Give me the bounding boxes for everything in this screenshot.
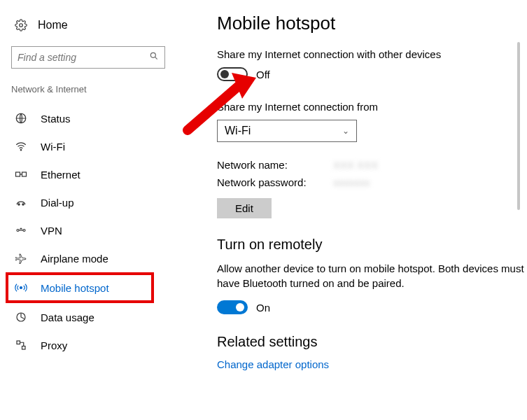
sidebar-item-dialup[interactable]: Dial-up [8,188,217,216]
sidebar-item-label: Airplane mode [41,253,108,265]
svg-rect-16 [22,346,26,350]
share-from-label: Share my Internet connection from [217,101,527,113]
svg-rect-5 [16,172,20,176]
gear-icon [14,18,28,32]
sidebar-item-ethernet[interactable]: Ethernet [8,160,217,188]
search-field[interactable] [17,52,149,63]
share-connection-toggle[interactable] [217,67,248,81]
sidebar-item-label: Ethernet [41,169,80,181]
edit-button[interactable]: Edit [217,198,272,218]
globe-icon [14,111,28,125]
page-title: Mobile hotspot [217,13,527,34]
svg-line-2 [155,57,157,59]
sidebar-item-data-usage[interactable]: Data usage [8,303,217,331]
chevron-down-icon: ⌄ [342,126,349,136]
remote-toggle[interactable] [217,300,248,314]
dialup-icon [14,195,28,209]
sidebar-category: Network & Internet [8,81,217,104]
sidebar-item-mobile-hotspot[interactable]: Mobile hotspot [6,272,154,303]
related-settings-title: Related settings [217,334,527,350]
network-password-value: xxxxxxx [333,176,370,188]
sidebar-item-label: Data usage [41,312,94,323]
network-name-label: Network name: [217,159,315,171]
svg-point-10 [17,230,19,232]
data-usage-icon [14,310,28,324]
share-from-value: Wi-Fi [225,125,251,137]
search-input[interactable] [11,46,165,69]
sidebar-item-label: VPN [41,225,62,237]
share-from-select[interactable]: Wi-Fi ⌄ [217,120,357,142]
wifi-icon [14,139,28,153]
svg-point-8 [18,204,20,205]
network-password-label: Network password: [217,176,315,188]
sidebar-item-label: Dial-up [41,197,74,209]
proxy-icon [14,338,28,352]
sidebar-item-wifi[interactable]: Wi-Fi [8,132,217,160]
svg-point-11 [23,230,25,232]
airplane-icon [14,251,28,265]
network-name-value: XXX XXX [333,159,378,171]
sidebar: Home Network & Internet Status Wi-Fi Eth… [0,0,217,420]
sidebar-item-status[interactable]: Status [8,104,217,132]
vpn-icon [14,223,28,237]
sidebar-item-label: Proxy [41,340,67,351]
sidebar-item-label: Mobile hotspot [41,282,109,294]
svg-point-1 [150,52,155,57]
scroll-thumb[interactable] [517,42,520,210]
svg-point-0 [20,24,23,27]
sidebar-item-label: Wi-Fi [41,141,65,153]
svg-point-13 [20,287,22,289]
main-content: Mobile hotspot Share my Internet connect… [217,0,527,420]
scrollbar[interactable] [514,0,523,420]
hotspot-icon [14,281,28,295]
sidebar-item-vpn[interactable]: VPN [8,216,217,244]
share-connection-state: Off [256,69,270,80]
home-label: Home [38,19,68,31]
sidebar-item-home[interactable]: Home [8,14,217,36]
change-adapter-link[interactable]: Change adapter options [217,358,527,370]
svg-point-9 [22,204,24,205]
ethernet-icon [14,167,28,181]
sidebar-item-airplane[interactable]: Airplane mode [8,244,217,272]
search-icon [149,51,159,64]
svg-rect-15 [17,341,20,344]
sidebar-item-label: Status [41,113,71,125]
share-connection-label: Share my Internet connection with other … [217,48,527,60]
sidebar-item-proxy[interactable]: Proxy [8,331,217,359]
remote-description: Allow another device to turn on mobile h… [217,261,527,290]
svg-point-4 [20,150,22,151]
svg-rect-6 [22,172,27,176]
remote-title: Turn on remotely [217,237,527,253]
remote-toggle-state: On [256,302,270,314]
